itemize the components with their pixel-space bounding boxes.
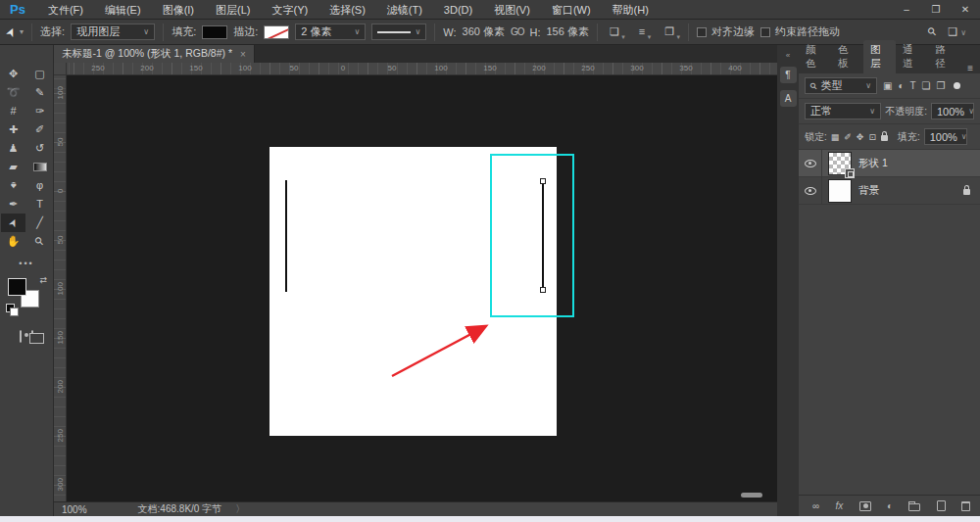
tab-color[interactable]: 颜色	[799, 40, 831, 73]
lock-position-icon[interactable]: ✥	[857, 132, 864, 142]
link-dimensions-icon[interactable]: GO	[511, 26, 524, 37]
menu-item[interactable]: 文件(F)	[37, 0, 94, 20]
visibility-toggle[interactable]	[799, 177, 822, 205]
select-mode-dropdown[interactable]: 现用图层 ∨	[71, 24, 155, 40]
path-arrange-button[interactable]: ❐▾	[661, 24, 680, 40]
filter-adjustment-layers-icon[interactable]: ◐	[898, 80, 904, 91]
tab-close-icon[interactable]: ×	[240, 49, 246, 60]
align-edges-checkbox[interactable]: 对齐边缘	[697, 24, 755, 39]
hand-tool[interactable]: ✋	[1, 232, 25, 251]
collapse-dock-icon[interactable]: «	[786, 51, 790, 60]
clone-stamp-tool[interactable]: ♟	[1, 139, 25, 158]
blend-mode-dropdown[interactable]: 正常 ∨	[805, 103, 881, 119]
path-operations-button[interactable]: ❏▾	[606, 24, 625, 40]
lock-artboard-icon[interactable]: ⊡	[868, 132, 876, 142]
layer-row-background[interactable]: 背景	[799, 177, 980, 205]
tool-preset-caret-icon[interactable]: ▾	[20, 27, 24, 36]
stroke-width-dropdown[interactable]: 2 像素 ∨	[295, 24, 366, 40]
pen-tool[interactable]: ✒	[1, 195, 25, 214]
menu-item[interactable]: 选择(S)	[318, 0, 376, 20]
line-tool[interactable]: ╱	[27, 214, 52, 232]
filter-type-layers-icon[interactable]: T	[910, 80, 916, 91]
zoom-tool[interactable]: ⚲	[27, 232, 52, 251]
edit-toolbar-button[interactable]: •••	[0, 259, 53, 268]
canvas-viewport[interactable]	[67, 75, 777, 501]
new-group-button[interactable]	[908, 500, 920, 511]
horizontal-scrollbar-handle[interactable]	[741, 493, 762, 498]
lock-transparent-pixels-icon[interactable]: ▦	[831, 132, 840, 142]
restore-button[interactable]: ❐	[921, 0, 951, 20]
filter-smart-objects-icon[interactable]: ❐	[937, 80, 946, 91]
tab-swatches[interactable]: 色板	[831, 40, 863, 73]
swap-colors-icon[interactable]: ⇄	[39, 275, 47, 285]
blur-tool[interactable]: ♠	[1, 176, 25, 195]
layer-thumbnail[interactable]	[828, 152, 852, 175]
layer-row-shape1[interactable]: 形状 1	[799, 150, 980, 177]
move-tool[interactable]: ✥	[1, 65, 25, 83]
path-alignment-button[interactable]: ≡▾	[635, 24, 651, 40]
lock-all-icon[interactable]	[881, 135, 888, 141]
screen-mode-button[interactable]	[31, 331, 33, 342]
marquee-tool[interactable]: ▢	[27, 65, 52, 83]
lock-image-pixels-icon[interactable]: ✐	[844, 132, 852, 142]
fill-swatch[interactable]	[202, 25, 227, 39]
close-button[interactable]: ✕	[951, 0, 980, 20]
menu-item[interactable]: 图层(L)	[205, 0, 261, 20]
minimize-button[interactable]: –	[892, 0, 921, 20]
eyedropper-tool[interactable]: ✑	[27, 102, 52, 120]
dodge-tool[interactable]: φ	[27, 176, 52, 195]
crop-tool[interactable]: #	[1, 102, 25, 120]
search-icon[interactable]: ⚲	[925, 24, 940, 39]
history-brush-tool[interactable]: ↺	[27, 139, 52, 158]
layer-thumbnail[interactable]	[828, 179, 852, 203]
path-selection-tool[interactable]: ➤	[1, 214, 25, 232]
tab-paths[interactable]: 路径	[928, 40, 960, 73]
status-flyout-arrow[interactable]: 〉	[235, 502, 245, 516]
opacity-dropdown[interactable]: 100% ∨	[931, 103, 974, 119]
menu-item[interactable]: 文字(Y)	[261, 0, 318, 20]
ruler-origin-corner[interactable]	[54, 63, 67, 75]
width-value[interactable]: 360 像素	[463, 24, 505, 39]
layer-style-button[interactable]: fx	[835, 500, 843, 511]
delete-layer-button[interactable]	[961, 501, 970, 511]
character-panel-icon[interactable]: A	[780, 90, 797, 107]
document-tab[interactable]: 未标题-1 @ 100% (形状 1, RGB/8#) * ×	[54, 45, 255, 63]
menu-item[interactable]: 帮助(H)	[602, 0, 660, 20]
brush-tool[interactable]: ✐	[27, 120, 52, 139]
tab-channels[interactable]: 通道	[896, 40, 928, 73]
constrain-path-drag-checkbox[interactable]: 约束路径拖动	[760, 24, 840, 39]
quick-mask-button[interactable]	[20, 331, 22, 342]
layer-name[interactable]: 形状 1	[858, 157, 888, 170]
healing-brush-tool[interactable]: ✚	[1, 120, 25, 139]
tab-layers[interactable]: 图层	[863, 40, 896, 73]
menu-item[interactable]: 视图(V)	[483, 0, 541, 20]
menu-item[interactable]: 滤镜(T)	[376, 0, 433, 20]
menu-item[interactable]: 窗口(W)	[541, 0, 602, 20]
new-adjustment-layer-button[interactable]: ◐	[887, 500, 893, 511]
height-value[interactable]: 156 像素	[547, 24, 589, 39]
eraser-tool[interactable]: ▰	[1, 158, 25, 176]
foreground-color-swatch[interactable]	[8, 278, 26, 296]
add-layer-mask-button[interactable]	[859, 501, 871, 511]
gradient-tool[interactable]	[27, 158, 52, 176]
vertical-ruler[interactable]: 10050050100150200250300	[54, 75, 67, 501]
horizontal-ruler[interactable]: 2502001501005005010015020025030035040045…	[67, 63, 777, 75]
lasso-tool[interactable]: ➰	[1, 83, 25, 102]
menu-item[interactable]: 图像(I)	[152, 0, 205, 20]
stroke-type-dropdown[interactable]: ∨	[371, 24, 426, 40]
workspace-switcher-icon[interactable]: ❑ ∨	[948, 25, 966, 38]
menu-item[interactable]: 编辑(E)	[94, 0, 152, 20]
filter-shape-layers-icon[interactable]: ❏	[922, 80, 931, 91]
layer-filter-dropdown[interactable]: ⚲ 类型 ∨	[805, 77, 877, 94]
layer-filter-toggle[interactable]	[954, 82, 960, 89]
default-colors-icon[interactable]	[6, 304, 15, 312]
panel-menu-icon[interactable]: ≡	[960, 63, 980, 73]
stroke-swatch[interactable]	[264, 25, 289, 39]
zoom-level[interactable]: 100%	[62, 504, 87, 515]
filter-pixel-layers-icon[interactable]: ▣	[883, 80, 892, 91]
quick-selection-tool[interactable]: ✎	[27, 83, 52, 102]
visibility-toggle[interactable]	[799, 150, 822, 177]
fill-dropdown[interactable]: 100% ∨	[924, 128, 967, 145]
link-layers-button[interactable]: ∞	[812, 500, 819, 511]
new-layer-button[interactable]	[937, 500, 946, 511]
